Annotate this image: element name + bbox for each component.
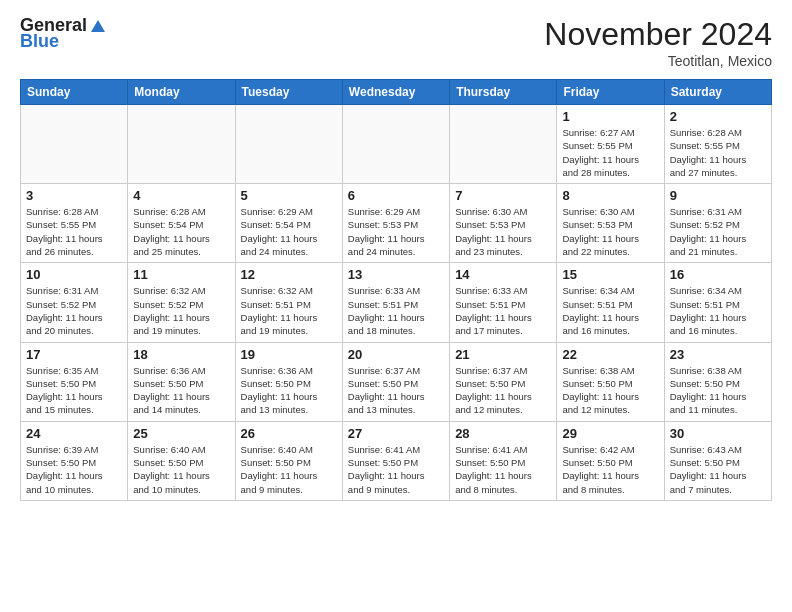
calendar-cell: 9Sunrise: 6:31 AM Sunset: 5:52 PM Daylig… — [664, 184, 771, 263]
day-number: 28 — [455, 426, 551, 441]
calendar-cell: 19Sunrise: 6:36 AM Sunset: 5:50 PM Dayli… — [235, 342, 342, 421]
day-info: Sunrise: 6:32 AM Sunset: 5:51 PM Dayligh… — [241, 284, 337, 337]
logo: General Blue — [20, 16, 107, 52]
day-info: Sunrise: 6:39 AM Sunset: 5:50 PM Dayligh… — [26, 443, 122, 496]
day-info: Sunrise: 6:31 AM Sunset: 5:52 PM Dayligh… — [670, 205, 766, 258]
calendar-cell: 28Sunrise: 6:41 AM Sunset: 5:50 PM Dayli… — [450, 421, 557, 500]
calendar-cell: 25Sunrise: 6:40 AM Sunset: 5:50 PM Dayli… — [128, 421, 235, 500]
calendar-week-row: 3Sunrise: 6:28 AM Sunset: 5:55 PM Daylig… — [21, 184, 772, 263]
calendar-cell: 18Sunrise: 6:36 AM Sunset: 5:50 PM Dayli… — [128, 342, 235, 421]
day-info: Sunrise: 6:36 AM Sunset: 5:50 PM Dayligh… — [241, 364, 337, 417]
day-info: Sunrise: 6:34 AM Sunset: 5:51 PM Dayligh… — [562, 284, 658, 337]
calendar-cell: 8Sunrise: 6:30 AM Sunset: 5:53 PM Daylig… — [557, 184, 664, 263]
calendar-week-row: 1Sunrise: 6:27 AM Sunset: 5:55 PM Daylig… — [21, 105, 772, 184]
day-info: Sunrise: 6:37 AM Sunset: 5:50 PM Dayligh… — [348, 364, 444, 417]
day-number: 9 — [670, 188, 766, 203]
calendar-cell — [21, 105, 128, 184]
day-info: Sunrise: 6:33 AM Sunset: 5:51 PM Dayligh… — [455, 284, 551, 337]
day-info: Sunrise: 6:38 AM Sunset: 5:50 PM Dayligh… — [562, 364, 658, 417]
day-number: 19 — [241, 347, 337, 362]
day-info: Sunrise: 6:29 AM Sunset: 5:54 PM Dayligh… — [241, 205, 337, 258]
calendar-cell: 1Sunrise: 6:27 AM Sunset: 5:55 PM Daylig… — [557, 105, 664, 184]
col-header-saturday: Saturday — [664, 80, 771, 105]
day-number: 3 — [26, 188, 122, 203]
title-block: November 2024 Teotitlan, Mexico — [544, 16, 772, 69]
col-header-thursday: Thursday — [450, 80, 557, 105]
calendar-cell — [128, 105, 235, 184]
calendar-header-row: SundayMondayTuesdayWednesdayThursdayFrid… — [21, 80, 772, 105]
calendar-cell: 3Sunrise: 6:28 AM Sunset: 5:55 PM Daylig… — [21, 184, 128, 263]
day-number: 24 — [26, 426, 122, 441]
calendar-cell: 22Sunrise: 6:38 AM Sunset: 5:50 PM Dayli… — [557, 342, 664, 421]
day-info: Sunrise: 6:32 AM Sunset: 5:52 PM Dayligh… — [133, 284, 229, 337]
title-location: Teotitlan, Mexico — [544, 53, 772, 69]
day-number: 20 — [348, 347, 444, 362]
calendar-cell: 30Sunrise: 6:43 AM Sunset: 5:50 PM Dayli… — [664, 421, 771, 500]
calendar-cell: 4Sunrise: 6:28 AM Sunset: 5:54 PM Daylig… — [128, 184, 235, 263]
col-header-sunday: Sunday — [21, 80, 128, 105]
calendar-cell — [235, 105, 342, 184]
calendar-cell: 14Sunrise: 6:33 AM Sunset: 5:51 PM Dayli… — [450, 263, 557, 342]
day-number: 10 — [26, 267, 122, 282]
calendar-cell — [450, 105, 557, 184]
calendar-cell: 13Sunrise: 6:33 AM Sunset: 5:51 PM Dayli… — [342, 263, 449, 342]
day-info: Sunrise: 6:30 AM Sunset: 5:53 PM Dayligh… — [455, 205, 551, 258]
day-number: 21 — [455, 347, 551, 362]
calendar-table: SundayMondayTuesdayWednesdayThursdayFrid… — [20, 79, 772, 501]
day-number: 29 — [562, 426, 658, 441]
day-number: 16 — [670, 267, 766, 282]
day-info: Sunrise: 6:33 AM Sunset: 5:51 PM Dayligh… — [348, 284, 444, 337]
col-header-monday: Monday — [128, 80, 235, 105]
col-header-tuesday: Tuesday — [235, 80, 342, 105]
day-info: Sunrise: 6:34 AM Sunset: 5:51 PM Dayligh… — [670, 284, 766, 337]
day-info: Sunrise: 6:37 AM Sunset: 5:50 PM Dayligh… — [455, 364, 551, 417]
calendar-cell: 15Sunrise: 6:34 AM Sunset: 5:51 PM Dayli… — [557, 263, 664, 342]
calendar-cell: 21Sunrise: 6:37 AM Sunset: 5:50 PM Dayli… — [450, 342, 557, 421]
day-number: 14 — [455, 267, 551, 282]
calendar-cell: 6Sunrise: 6:29 AM Sunset: 5:53 PM Daylig… — [342, 184, 449, 263]
title-month: November 2024 — [544, 16, 772, 53]
day-info: Sunrise: 6:28 AM Sunset: 5:54 PM Dayligh… — [133, 205, 229, 258]
day-number: 5 — [241, 188, 337, 203]
day-info: Sunrise: 6:40 AM Sunset: 5:50 PM Dayligh… — [133, 443, 229, 496]
calendar-cell: 20Sunrise: 6:37 AM Sunset: 5:50 PM Dayli… — [342, 342, 449, 421]
day-number: 22 — [562, 347, 658, 362]
calendar-cell: 11Sunrise: 6:32 AM Sunset: 5:52 PM Dayli… — [128, 263, 235, 342]
calendar-cell: 2Sunrise: 6:28 AM Sunset: 5:55 PM Daylig… — [664, 105, 771, 184]
day-number: 18 — [133, 347, 229, 362]
day-info: Sunrise: 6:29 AM Sunset: 5:53 PM Dayligh… — [348, 205, 444, 258]
col-header-wednesday: Wednesday — [342, 80, 449, 105]
calendar-cell: 5Sunrise: 6:29 AM Sunset: 5:54 PM Daylig… — [235, 184, 342, 263]
day-info: Sunrise: 6:42 AM Sunset: 5:50 PM Dayligh… — [562, 443, 658, 496]
day-number: 11 — [133, 267, 229, 282]
calendar-cell: 12Sunrise: 6:32 AM Sunset: 5:51 PM Dayli… — [235, 263, 342, 342]
day-number: 4 — [133, 188, 229, 203]
day-number: 13 — [348, 267, 444, 282]
page: General Blue November 2024 Teotitlan, Me… — [0, 0, 792, 517]
day-info: Sunrise: 6:38 AM Sunset: 5:50 PM Dayligh… — [670, 364, 766, 417]
day-info: Sunrise: 6:41 AM Sunset: 5:50 PM Dayligh… — [348, 443, 444, 496]
day-info: Sunrise: 6:43 AM Sunset: 5:50 PM Dayligh… — [670, 443, 766, 496]
calendar-week-row: 10Sunrise: 6:31 AM Sunset: 5:52 PM Dayli… — [21, 263, 772, 342]
day-number: 6 — [348, 188, 444, 203]
day-number: 1 — [562, 109, 658, 124]
header: General Blue November 2024 Teotitlan, Me… — [20, 16, 772, 69]
day-number: 8 — [562, 188, 658, 203]
day-number: 27 — [348, 426, 444, 441]
day-number: 25 — [133, 426, 229, 441]
day-info: Sunrise: 6:28 AM Sunset: 5:55 PM Dayligh… — [670, 126, 766, 179]
logo-icon — [89, 16, 107, 34]
day-info: Sunrise: 6:31 AM Sunset: 5:52 PM Dayligh… — [26, 284, 122, 337]
day-info: Sunrise: 6:35 AM Sunset: 5:50 PM Dayligh… — [26, 364, 122, 417]
day-number: 12 — [241, 267, 337, 282]
day-number: 26 — [241, 426, 337, 441]
calendar-cell: 26Sunrise: 6:40 AM Sunset: 5:50 PM Dayli… — [235, 421, 342, 500]
calendar-cell: 24Sunrise: 6:39 AM Sunset: 5:50 PM Dayli… — [21, 421, 128, 500]
day-number: 2 — [670, 109, 766, 124]
day-info: Sunrise: 6:27 AM Sunset: 5:55 PM Dayligh… — [562, 126, 658, 179]
calendar-cell: 23Sunrise: 6:38 AM Sunset: 5:50 PM Dayli… — [664, 342, 771, 421]
calendar-week-row: 24Sunrise: 6:39 AM Sunset: 5:50 PM Dayli… — [21, 421, 772, 500]
calendar-cell: 7Sunrise: 6:30 AM Sunset: 5:53 PM Daylig… — [450, 184, 557, 263]
day-number: 7 — [455, 188, 551, 203]
col-header-friday: Friday — [557, 80, 664, 105]
